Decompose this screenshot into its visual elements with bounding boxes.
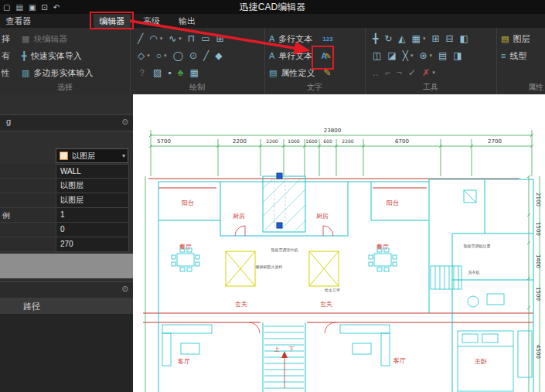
copy-tool-icon[interactable]: ⊞ [431,30,439,47]
edit-attribute-icon[interactable]: ✎ [323,64,331,81]
file-tab-row[interactable]: g ⊙ [0,114,133,131]
draw-polyline-icon[interactable]: ⊓ [188,30,195,47]
property-value-linetype[interactable]: 以图层 [56,193,129,208]
text-group-label: 文字 [264,82,365,93]
draw-ray-icon[interactable]: ╱ [203,47,209,64]
quick-entity-import-button[interactable]: ╋ 快速实体导入 [22,50,82,62]
draw-tree-icon[interactable]: ♣ [178,64,184,81]
draw-circle-icon[interactable]: ○ [156,47,162,64]
measure-tool-icon[interactable]: ‥ [373,64,379,81]
property-label [0,237,56,252]
draw-point-icon[interactable]: ▪ [168,64,171,81]
property-value-lineweight[interactable]: 0 [56,223,129,237]
dim-top: 1000 [288,138,299,144]
property-label [0,179,56,193]
draw-ellipse-icon[interactable]: ◯ [173,47,183,64]
draw-hatch-icon[interactable]: ▨ [153,64,162,81]
window-title: 迅捷CAD编辑器 [0,1,545,14]
panel-pin-row: ⊙ [0,281,133,298]
note: 预留空调机位置 [464,244,491,249]
properties-panel: g ⊙ 以图层 ▾ 例 WALL 以图层 以图层 1 0 270 ⊙ 路径 [0,94,134,392]
room-label-dining-left: 餐厅 [179,244,192,251]
empty-grid-area [0,254,133,278]
array-tool-icon[interactable]: ▦ [412,30,421,47]
draw-rectangle-icon[interactable]: ▭ [201,30,209,47]
polygon-entity-input-button[interactable]: ▥ 多边形实体输入 [22,67,93,79]
chamfer-tool-icon[interactable]: ⌐ [385,64,390,81]
draw-spline-icon[interactable]: ∿ [169,30,176,47]
circle-dropdown-icon[interactable]: ▾ [164,53,167,59]
block-editor-button[interactable]: ▦ 块编辑器 [22,33,67,45]
block-editor-icon: ▦ [22,34,29,44]
text-style-pen-icon: ✎ [325,52,331,60]
multiline-text-button[interactable]: A 多行文本 [269,33,312,45]
trim-tool-icon[interactable]: ╳ [403,47,408,64]
polygon-dropdown-icon[interactable]: ▾ [147,53,150,59]
paste-tool-icon[interactable]: ⊟ [445,30,453,47]
draw-table-icon[interactable]: ▦ [189,64,198,81]
tab-advanced[interactable]: 高级 [138,14,165,28]
draw-solid-icon[interactable]: ◆ [215,47,222,64]
property-label-scale-fragment: 例 [0,208,56,223]
draw-polygon-icon[interactable]: ◇ [138,47,145,64]
ribbon-group-tools: ╋ ↻ ◭ ▦▾ ⊞ ⊟ ◧ ◫ ◪ ╳▾ ⊛▾ ▤ ◨ ‥ ⌐ ¬ ✓ ✗▾ … [365,28,497,94]
ribbon-group-draw: ╱ ◠▾ ∿▾ ⊓ ▭ ⊞ ◇▾ ○▾ ◯ ⊙ ╱ ◆ ？ ▨ ▪ ♣ ▦ 绘制 [130,28,265,94]
scale-tool-icon[interactable]: ◫ [373,47,381,64]
pin-icon[interactable]: ⊙ [122,118,128,126]
explode-tool-icon[interactable]: ⊛ [419,47,427,64]
match-properties-icon[interactable]: ▤ [438,47,447,64]
draw-cloud-icon[interactable]: ？ [138,64,147,81]
layer-button[interactable]: ▤ 图层 [501,33,530,45]
property-value-rotation[interactable]: 270 [56,237,129,252]
delete-tool-icon[interactable]: ✗ [422,64,430,81]
trim-dropdown-icon[interactable]: ▾ [410,53,414,59]
property-label-column: 例 [0,164,56,252]
offset-tool-icon[interactable]: ◧ [460,30,468,47]
chevron-down-icon: ▾ [122,152,125,159]
property-value-layer[interactable]: WALL [56,164,129,179]
room-label-dining-right: 餐厅 [376,244,389,251]
stretch-tool-icon[interactable]: ◪ [387,47,396,64]
dim-top: 6700 [395,138,409,145]
multiline-text-label: 多行文本 [278,33,312,45]
arc-dropdown-icon[interactable]: ▾ [160,36,163,42]
tab-output[interactable]: 输出 [172,14,203,28]
property-value-color[interactable]: 以图层 [56,179,129,193]
path-section-header[interactable]: 路径 [0,298,133,315]
note: 洗衣机 [468,270,480,275]
attribute-definition-button[interactable]: ▤ 属性定义 [269,67,315,79]
rotate-tool-icon[interactable]: ↻ [384,30,392,47]
property-value-column: WALL 以图层 以图层 1 0 270 [56,164,129,252]
extend-tool-icon[interactable]: ¬ [397,64,402,81]
mirror-tool-icon[interactable]: ◭ [398,30,405,47]
numbered-text-icon[interactable]: 123 [322,36,332,43]
draw-arc-icon[interactable]: ◠ [149,30,157,47]
check-tool-icon[interactable]: ✓ [408,64,416,81]
cut-button-2[interactable]: 有 [2,47,19,64]
draw-line-icon[interactable]: ╱ [138,30,143,47]
move-tool-icon[interactable]: ╋ [373,30,378,47]
array-dropdown-icon[interactable]: ▾ [423,36,426,42]
dimension-lines [145,130,540,392]
pin-icon[interactable]: ⊙ [122,285,128,293]
draw-region-icon[interactable]: ⊞ [216,30,224,47]
note: 预留空调室外机 [271,247,298,253]
fillet-tool-icon[interactable]: ◨ [453,47,462,64]
grip-bottom [277,223,282,228]
tab-editor[interactable]: 编辑器 [94,14,131,28]
text-style-pen-button[interactable]: A ✎ [321,51,331,60]
singleline-text-button[interactable]: A 单行文本 [269,50,312,62]
delete-dropdown-icon[interactable]: ▾ [432,70,435,76]
tab-viewer[interactable]: 查看器 [2,14,36,28]
spline-dropdown-icon[interactable]: ▾ [179,36,182,42]
property-value-scale[interactable]: 1 [56,208,129,223]
bylayer-color-dropdown[interactable]: 以图层 ▾ [56,148,128,163]
cut-button-1[interactable]: 择 [2,30,19,47]
cut-button-3[interactable]: 性 [2,64,19,81]
drawing-canvas[interactable]: 23800 5700 2200 2200 1000 1600 600 2200 … [133,94,545,392]
explode-dropdown-icon[interactable]: ▾ [430,53,433,59]
draw-donut-icon[interactable]: ⊙ [189,47,197,64]
singleline-text-icon: A [269,51,274,60]
ribbon-group-text: A 多行文本 123 A 单行文本 A ✎ ▤ 属性定义 ✎ 文字 [264,28,366,94]
linetype-button[interactable]: ≡ 线型 [501,50,526,62]
